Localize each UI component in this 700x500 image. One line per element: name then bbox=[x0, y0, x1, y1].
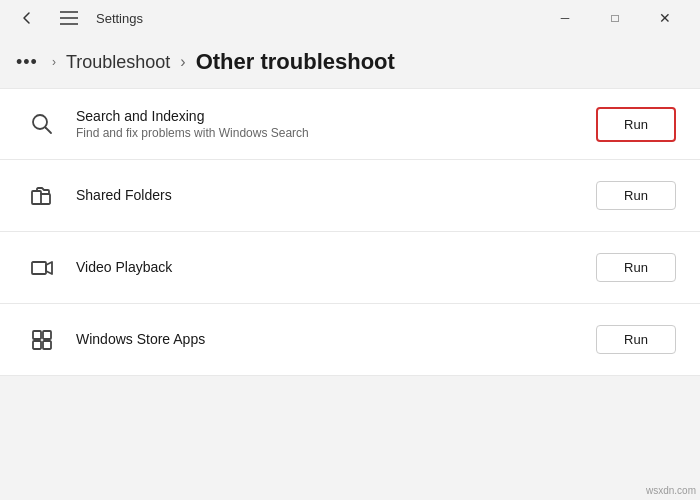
breadcrumb-chevron-1: › bbox=[52, 55, 56, 69]
item-text-search-indexing: Search and Indexing Find and fix problem… bbox=[76, 108, 596, 140]
maximize-button[interactable]: □ bbox=[592, 4, 638, 32]
item-text-shared-folders: Shared Folders bbox=[76, 187, 596, 205]
item-title: Video Playback bbox=[76, 259, 596, 275]
breadcrumb-current: Other troubleshoot bbox=[196, 49, 395, 75]
item-title: Windows Store Apps bbox=[76, 331, 596, 347]
svg-rect-8 bbox=[43, 331, 51, 339]
close-button[interactable]: ✕ bbox=[642, 4, 688, 32]
list-item: Video Playback Run bbox=[0, 232, 700, 304]
svg-rect-7 bbox=[33, 331, 41, 339]
breadcrumb-chevron-2: › bbox=[180, 53, 185, 71]
svg-line-4 bbox=[46, 128, 52, 134]
back-button[interactable] bbox=[12, 3, 42, 33]
shared-folders-icon bbox=[24, 178, 60, 214]
watermark: wsxdn.com bbox=[646, 485, 696, 496]
item-title: Shared Folders bbox=[76, 187, 596, 203]
store-icon bbox=[24, 322, 60, 358]
item-text-video-playback: Video Playback bbox=[76, 259, 596, 277]
nav-bar: ••• › Troubleshoot › Other troubleshoot bbox=[0, 36, 700, 88]
search-icon bbox=[24, 106, 60, 142]
list-item: Search and Indexing Find and fix problem… bbox=[0, 88, 700, 160]
svg-rect-6 bbox=[32, 262, 46, 274]
minimize-button[interactable]: ─ bbox=[542, 4, 588, 32]
item-text-windows-store-apps: Windows Store Apps bbox=[76, 331, 596, 349]
breadcrumb-parent[interactable]: Troubleshoot bbox=[66, 52, 170, 73]
title-bar-left: Settings bbox=[12, 3, 143, 33]
video-icon bbox=[24, 250, 60, 286]
hamburger-button[interactable] bbox=[54, 3, 84, 33]
title-bar: Settings ─ □ ✕ bbox=[0, 0, 700, 36]
run-button-shared-folders[interactable]: Run bbox=[596, 181, 676, 210]
window-controls: ─ □ ✕ bbox=[542, 4, 688, 32]
list-item: Shared Folders Run bbox=[0, 160, 700, 232]
list-item: Windows Store Apps Run bbox=[0, 304, 700, 376]
window-title: Settings bbox=[96, 11, 143, 26]
nav-dots[interactable]: ••• bbox=[16, 52, 38, 73]
svg-rect-5 bbox=[32, 191, 41, 204]
item-desc: Find and fix problems with Windows Searc… bbox=[76, 126, 596, 140]
run-button-search-indexing[interactable]: Run bbox=[596, 107, 676, 142]
item-title: Search and Indexing bbox=[76, 108, 596, 124]
run-button-windows-store-apps[interactable]: Run bbox=[596, 325, 676, 354]
content-area: Search and Indexing Find and fix problem… bbox=[0, 88, 700, 376]
svg-rect-10 bbox=[43, 341, 51, 349]
svg-rect-9 bbox=[33, 341, 41, 349]
run-button-video-playback[interactable]: Run bbox=[596, 253, 676, 282]
